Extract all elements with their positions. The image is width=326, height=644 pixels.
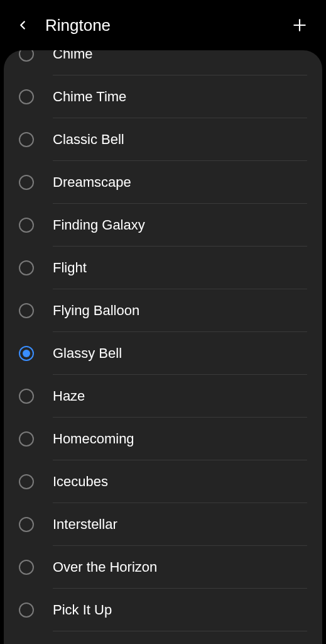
ringtone-item-content: Pulse [53,631,307,644]
ringtone-item[interactable]: Interstellar [4,503,322,546]
ringtone-item-content: Finding Galaxy [53,204,307,247]
ringtone-item-content: Pick It Up [53,589,307,631]
ringtone-label: Chime Time [53,89,126,105]
radio-button[interactable] [19,218,34,233]
ringtone-label: Finding Galaxy [53,217,145,233]
page-title: Ringtone [45,16,288,35]
ringtone-item[interactable]: Chime Time [4,75,322,118]
ringtone-item-content: Icecubes [53,460,307,503]
ringtone-label: Classic Bell [53,131,124,148]
ringtone-item-content: Chime [53,50,307,75]
ringtone-panel: ChimeChime TimeClassic BellDreamscapeFin… [4,50,322,644]
ringtone-item-content: Dreamscape [53,161,307,204]
ringtone-item-content: Over the Horizon [53,546,307,589]
ringtone-item[interactable]: Pulse [4,631,322,644]
ringtone-item[interactable]: Over the Horizon [4,546,322,589]
ringtone-item[interactable]: Pick It Up [4,589,322,631]
ringtone-item[interactable]: Chime [4,50,322,75]
back-button[interactable] [11,14,34,36]
ringtone-label: Icecubes [53,474,108,490]
radio-button[interactable] [19,431,34,447]
ringtone-item-content: Chime Time [53,75,307,118]
ringtone-list: ChimeChime TimeClassic BellDreamscapeFin… [4,50,322,644]
ringtone-item[interactable]: Flying Balloon [4,289,322,332]
ringtone-label: Glassy Bell [53,345,122,362]
ringtone-label: Chime [53,50,93,62]
ringtone-item-content: Classic Bell [53,118,307,161]
radio-button[interactable] [19,132,34,147]
ringtone-item[interactable]: Icecubes [4,460,322,503]
ringtone-label: Haze [53,388,85,404]
ringtone-item[interactable]: Glassy Bell [4,332,322,375]
radio-button[interactable] [19,517,34,532]
ringtone-label: Over the Horizon [53,559,157,575]
chevron-left-icon [16,18,30,32]
ringtone-item[interactable]: Haze [4,375,322,418]
ringtone-item-content: Flying Balloon [53,289,307,332]
ringtone-item[interactable]: Classic Bell [4,118,322,161]
ringtone-item-content: Interstellar [53,503,307,546]
header: Ringtone [0,0,326,50]
add-button[interactable] [288,14,311,36]
ringtone-label: Flying Balloon [53,303,139,319]
radio-button[interactable] [19,346,34,361]
radio-button[interactable] [19,89,34,104]
ringtone-item-content: Homecoming [53,418,307,460]
radio-button[interactable] [19,260,34,275]
radio-button[interactable] [19,50,34,62]
ringtone-item[interactable]: Finding Galaxy [4,204,322,247]
ringtone-label: Flight [53,260,87,276]
ringtone-item[interactable]: Dreamscape [4,161,322,204]
plus-icon [291,17,308,33]
radio-button[interactable] [19,175,34,190]
ringtone-label: Pick It Up [53,602,112,618]
ringtone-label: Homecoming [53,431,134,447]
radio-button[interactable] [19,560,34,575]
ringtone-label: Dreamscape [53,174,131,191]
ringtone-label: Interstellar [53,516,117,533]
ringtone-item[interactable]: Flight [4,247,322,289]
ringtone-item-content: Haze [53,375,307,418]
ringtone-item[interactable]: Homecoming [4,418,322,460]
radio-button[interactable] [19,389,34,404]
radio-button[interactable] [19,303,34,318]
radio-button[interactable] [19,474,34,489]
ringtone-item-content: Glassy Bell [53,332,307,375]
ringtone-item-content: Flight [53,247,307,289]
radio-button[interactable] [19,602,34,618]
